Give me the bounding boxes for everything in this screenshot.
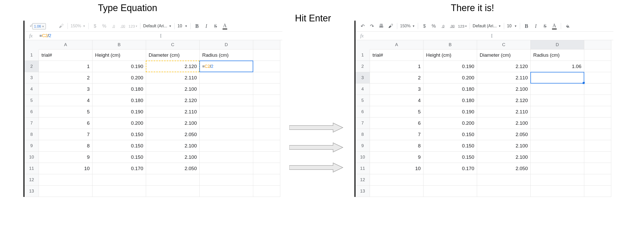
strikethrough-button[interactable]: S <box>541 22 549 30</box>
italic-button[interactable]: I <box>532 22 539 30</box>
cell[interactable] <box>584 129 611 140</box>
cell[interactable] <box>584 72 611 84</box>
row-header[interactable]: 8 <box>24 129 39 140</box>
cell[interactable]: 0.200 <box>423 72 477 84</box>
col-header-b[interactable]: B <box>92 40 146 49</box>
zoom-select[interactable]: 150%▼ <box>400 24 415 28</box>
row-header[interactable]: 3 <box>355 72 370 84</box>
redo-icon[interactable]: ↷ <box>368 22 376 30</box>
cell[interactable]: 7 <box>39 129 92 140</box>
cell[interactable]: 5 <box>370 106 423 118</box>
cell[interactable]: 1.06 <box>531 61 584 72</box>
cell[interactable]: 0.200 <box>92 72 146 84</box>
cell[interactable]: 8 <box>39 140 92 152</box>
cell[interactable] <box>531 118 584 129</box>
row-header[interactable]: 1 <box>355 49 370 61</box>
decrease-decimal-button[interactable]: .0 <box>439 22 447 30</box>
cell[interactable]: 0.200 <box>92 118 146 129</box>
cell[interactable] <box>584 163 611 174</box>
cell[interactable]: trial# <box>370 49 423 61</box>
row-header[interactable]: 12 <box>24 174 39 186</box>
select-all-corner[interactable] <box>24 40 39 49</box>
cell[interactable]: 5 <box>39 106 92 118</box>
cell[interactable]: Diameter (cm) <box>477 49 531 61</box>
paint-format-icon[interactable]: 🖌 <box>387 22 394 30</box>
cell[interactable] <box>253 163 280 174</box>
cell-selected[interactable] <box>531 72 584 84</box>
cell[interactable]: 2.100 <box>146 84 200 95</box>
col-header-extra[interactable] <box>253 40 280 49</box>
font-select[interactable]: Default (Ari...▼ <box>473 24 501 28</box>
cell[interactable] <box>584 49 611 61</box>
row-header[interactable]: 9 <box>355 140 370 152</box>
cell[interactable]: 2.110 <box>146 106 200 118</box>
cell[interactable]: 6 <box>39 118 92 129</box>
cell[interactable]: 0.190 <box>92 61 146 72</box>
cell[interactable]: 0.190 <box>423 106 477 118</box>
cell[interactable] <box>370 186 423 197</box>
cell[interactable]: 0.150 <box>92 152 146 163</box>
cell[interactable] <box>200 118 253 129</box>
cell[interactable]: 2.120 <box>146 95 200 106</box>
cell[interactable]: Height (cm) <box>423 49 477 61</box>
col-header-b[interactable]: B <box>423 40 477 49</box>
cell[interactable] <box>253 174 280 186</box>
cell[interactable] <box>477 186 531 197</box>
bold-button[interactable]: B <box>193 22 201 30</box>
cell[interactable]: 0.190 <box>92 106 146 118</box>
row-header[interactable]: 13 <box>355 186 370 197</box>
number-format-button[interactable]: 123▾ <box>129 22 137 30</box>
print-icon[interactable]: 🖶 <box>378 22 385 30</box>
row-header[interactable]: 4 <box>24 84 39 95</box>
cell[interactable] <box>584 84 611 95</box>
cell[interactable]: 9 <box>39 152 92 163</box>
cell[interactable] <box>531 129 584 140</box>
increase-decimal-button[interactable]: .00 <box>449 22 456 30</box>
cell[interactable]: 2.100 <box>477 140 531 152</box>
cell[interactable]: 2.050 <box>477 163 531 174</box>
cell[interactable]: 0.170 <box>423 163 477 174</box>
currency-button[interactable]: $ <box>91 22 99 30</box>
cell[interactable] <box>584 152 611 163</box>
col-header-extra[interactable] <box>584 40 611 49</box>
row-header[interactable]: 6 <box>355 106 370 118</box>
cell[interactable]: Height (cm) <box>92 49 146 61</box>
cell[interactable] <box>531 84 584 95</box>
cell[interactable]: 0.150 <box>92 129 146 140</box>
cell[interactable] <box>253 49 280 61</box>
cell[interactable] <box>531 106 584 118</box>
cell[interactable]: 2.120 <box>146 61 200 72</box>
cell-editing[interactable]: =C2/2 <box>200 61 253 72</box>
cell[interactable] <box>253 140 280 152</box>
text-color-button[interactable]: A <box>221 22 228 30</box>
cell[interactable]: 2.100 <box>146 140 200 152</box>
fontsize-select[interactable]: 10▼ <box>507 24 517 28</box>
cell[interactable] <box>200 72 253 84</box>
cell[interactable] <box>200 129 253 140</box>
cell[interactable] <box>200 95 253 106</box>
row-header[interactable]: 1 <box>24 49 39 61</box>
cell[interactable]: 2.100 <box>477 118 531 129</box>
cell[interactable] <box>146 186 200 197</box>
cell[interactable]: 2.050 <box>477 129 531 140</box>
bold-button[interactable]: B <box>523 22 530 30</box>
formula-input[interactable]: =C2/2 I <box>37 32 282 40</box>
row-header[interactable]: 6 <box>24 106 39 118</box>
cell[interactable] <box>423 186 477 197</box>
cell[interactable]: 2.050 <box>146 163 200 174</box>
cell[interactable]: 0.150 <box>92 140 146 152</box>
row-header[interactable]: 4 <box>355 84 370 95</box>
cell[interactable]: 2 <box>370 72 423 84</box>
cell[interactable] <box>584 95 611 106</box>
cell[interactable]: 3 <box>39 84 92 95</box>
cell[interactable] <box>253 129 280 140</box>
cell[interactable] <box>39 186 92 197</box>
cell[interactable] <box>531 95 584 106</box>
cell[interactable] <box>253 95 280 106</box>
cell[interactable]: Radius (cm) <box>200 49 253 61</box>
row-header[interactable]: 13 <box>24 186 39 197</box>
cell[interactable] <box>200 163 253 174</box>
cell[interactable] <box>253 72 280 84</box>
cell[interactable] <box>200 152 253 163</box>
cell[interactable] <box>200 174 253 186</box>
